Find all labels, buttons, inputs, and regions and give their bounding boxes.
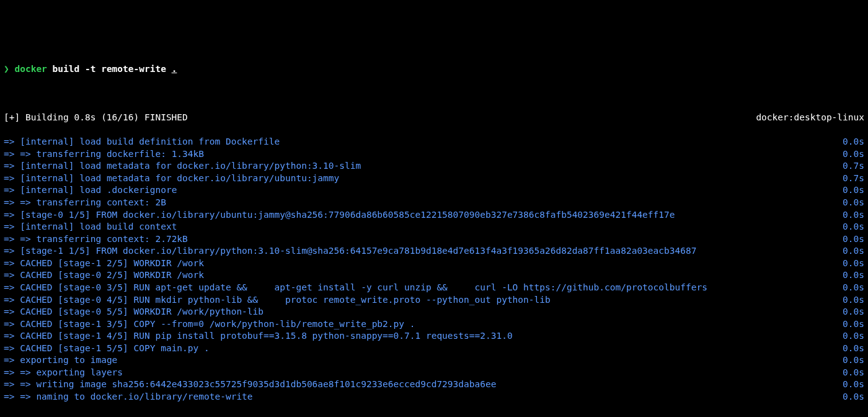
build-step-row: => [internal] load metadata for docker.i… (4, 160, 864, 173)
step-time: 0.0s (843, 209, 864, 222)
step-time: 0.0s (843, 269, 864, 282)
build-step-row: => CACHED [stage-0 3/5] RUN apt-get upda… (4, 282, 864, 294)
step-time: 0.0s (843, 391, 864, 403)
build-step-row: => => transferring dockerfile: 1.34kB0.0… (4, 148, 864, 161)
step-text: [internal] load build context (20, 222, 177, 231)
step-arrow: => (4, 270, 20, 280)
step-text: CACHED [stage-0 4/5] RUN mkdir python-li… (20, 295, 551, 305)
build-header: [+] Building 0.8s (16/16) FINISHEDdocker… (4, 112, 864, 124)
build-step-row: => [stage-1 1/5] FROM docker.io/library/… (4, 245, 864, 258)
build-step-row: => CACHED [stage-1 3/5] COPY --from=0 /w… (4, 318, 864, 331)
blank-line (4, 87, 864, 100)
build-step-row: => [internal] load build definition from… (4, 136, 864, 148)
prompt-glyph: ❯ (4, 64, 9, 74)
step-arrow: => (4, 343, 20, 353)
step-text: CACHED [stage-1 2/5] WORKDIR /work (20, 258, 204, 268)
step-text: [stage-1 1/5] FROM docker.io/library/pyt… (20, 246, 696, 256)
step-time: 0.0s (843, 197, 864, 209)
step-text: CACHED [stage-1 3/5] COPY --from=0 /work… (20, 319, 415, 329)
step-text: CACHED [stage-0 2/5] WORKDIR /work (20, 270, 204, 280)
step-text: exporting to image (20, 355, 117, 365)
step-text: writing image sha256:6442e433023c55725f9… (36, 379, 496, 389)
step-arrow: => (4, 282, 20, 292)
step-text: exporting layers (36, 367, 123, 377)
step-arrow: => (4, 331, 20, 341)
step-time: 0.0s (843, 294, 864, 307)
step-time: 0.0s (843, 354, 864, 367)
step-text: transferring dockerfile: 1.34kB (36, 149, 204, 159)
build-steps: => [internal] load build definition from… (4, 136, 864, 403)
build-step-row: => => writing image sha256:6442e433023c5… (4, 379, 864, 391)
step-time: 0.7s (843, 173, 864, 185)
step-time: 0.0s (843, 221, 864, 233)
build-step-row: => CACHED [stage-0 4/5] RUN mkdir python… (4, 294, 864, 307)
step-time: 0.7s (843, 160, 864, 173)
step-arrow: => (4, 222, 20, 231)
build-step-row: => [stage-0 1/5] FROM docker.io/library/… (4, 209, 864, 222)
step-arrow: => (4, 355, 20, 365)
step-arrow: => (4, 307, 20, 316)
build-step-row: => [internal] load .dockerignore0.0s (4, 184, 864, 197)
build-step-row: => => transferring context: 2.72kB0.0s (4, 233, 864, 246)
step-time: 0.0s (843, 245, 864, 258)
step-text: CACHED [stage-0 3/5] RUN apt-get update … (20, 282, 707, 292)
step-time: 0.0s (843, 136, 864, 148)
cmd-dot: . (172, 64, 177, 74)
step-time: 0.0s (843, 318, 864, 331)
step-time: 0.0s (843, 258, 864, 270)
step-text: [internal] load build definition from Do… (20, 137, 280, 146)
step-arrow: => => (4, 149, 36, 159)
step-time: 0.0s (843, 379, 864, 391)
step-text: CACHED [stage-1 4/5] RUN pip install pro… (20, 331, 512, 341)
step-time: 0.0s (843, 343, 864, 355)
build-step-row: => [internal] load build context0.0s (4, 221, 864, 233)
build-step-row: => CACHED [stage-1 5/5] COPY main.py .0.… (4, 343, 864, 355)
cmd-args: build -t remote-write (47, 64, 172, 74)
step-arrow: => => (4, 379, 36, 389)
step-text: transferring context: 2B (36, 197, 166, 207)
step-text: [internal] load .dockerignore (20, 185, 177, 195)
build-step-row: => CACHED [stage-1 2/5] WORKDIR /work0.0… (4, 258, 864, 270)
step-time: 0.0s (843, 367, 864, 379)
build-step-row: => => transferring context: 2B0.0s (4, 197, 864, 209)
cmd-docker: docker (14, 64, 46, 74)
step-text: [internal] load metadata for docker.io/l… (20, 161, 361, 171)
build-step-row: => [internal] load metadata for docker.i… (4, 173, 864, 185)
step-arrow: => => (4, 197, 36, 207)
step-time: 0.0s (843, 330, 864, 343)
build-step-row: => exporting to image0.0s (4, 354, 864, 367)
build-context: docker:desktop-linux (756, 112, 864, 124)
step-time: 0.0s (843, 148, 864, 161)
step-arrow: => (4, 319, 20, 329)
step-arrow: => (4, 173, 20, 183)
build-step-row: => => naming to docker.io/library/remote… (4, 391, 864, 403)
step-arrow: => (4, 295, 20, 305)
step-arrow: => (4, 137, 20, 146)
build-step-row: => CACHED [stage-0 5/5] WORKDIR /work/py… (4, 306, 864, 318)
step-arrow: => (4, 185, 20, 195)
step-arrow: => => (4, 392, 36, 401)
terminal-output[interactable]: ❯ docker build -t remote-write . [+] Bui… (4, 51, 864, 417)
step-text: transferring context: 2.72kB (36, 234, 187, 244)
step-arrow: => (4, 210, 20, 220)
step-arrow: => => (4, 367, 36, 377)
build-step-row: => CACHED [stage-0 2/5] WORKDIR /work0.0… (4, 269, 864, 282)
build-step-row: => CACHED [stage-1 4/5] RUN pip install … (4, 330, 864, 343)
step-time: 0.0s (843, 184, 864, 197)
step-arrow: => (4, 161, 20, 171)
step-text: [internal] load metadata for docker.io/l… (20, 173, 339, 183)
step-arrow: => => (4, 234, 36, 244)
step-time: 0.0s (843, 282, 864, 294)
step-text: naming to docker.io/library/remote-write (36, 392, 252, 401)
step-text: CACHED [stage-1 5/5] COPY main.py . (20, 343, 210, 353)
step-arrow: => (4, 246, 20, 256)
step-time: 0.0s (843, 306, 864, 318)
step-text: CACHED [stage-0 5/5] WORKDIR /work/pytho… (20, 307, 264, 316)
build-status: [+] Building 0.8s (16/16) FINISHED (4, 112, 188, 124)
command-line-1: ❯ docker build -t remote-write . (4, 63, 864, 76)
build-step-row: => => exporting layers0.0s (4, 367, 864, 379)
step-text: [stage-0 1/5] FROM docker.io/library/ubu… (20, 210, 675, 220)
step-arrow: => (4, 258, 20, 268)
step-time: 0.0s (843, 233, 864, 246)
